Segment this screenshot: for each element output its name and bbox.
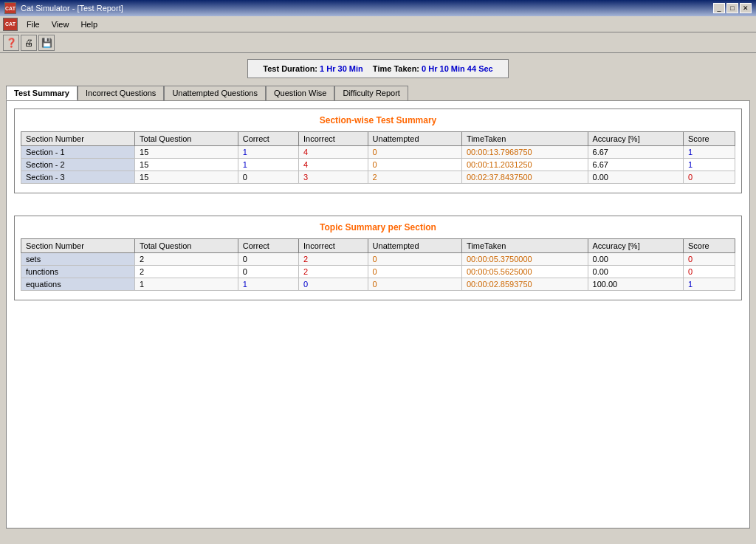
cell-incorrect: 2	[299, 266, 368, 278]
cell-total: 1	[135, 278, 238, 291]
cell-section: Section - 1	[21, 146, 135, 159]
cell-accuracy: 6.67	[588, 146, 683, 159]
cell-incorrect: 3	[299, 171, 368, 184]
title-bar: CAT Cat Simulator - [Test Report] _ □ ✕	[0, 0, 756, 16]
cell-incorrect: 4	[299, 146, 368, 159]
cell-score: 0	[683, 171, 735, 184]
duration-label: Test Duration:	[263, 64, 317, 73]
cell-correct: 0	[238, 171, 298, 184]
topic-col-time-taken: TimeTaken	[461, 239, 588, 253]
cell-correct: 1	[238, 146, 298, 159]
cell-unattempted: 2	[368, 171, 461, 184]
cell-correct: 0	[238, 266, 298, 278]
col-score: Score	[683, 132, 735, 146]
cell-score: 0	[683, 266, 735, 278]
col-incorrect: Incorrect	[299, 132, 368, 146]
tab-incorrect-questions[interactable]: Incorrect Questions	[78, 86, 164, 100]
tab-test-summary[interactable]: Test Summary	[6, 86, 78, 100]
section-wise-block: Section-wise Test Summary Section Number…	[14, 109, 742, 193]
cell-score: 1	[683, 146, 735, 159]
cell-accuracy: 6.67	[588, 159, 683, 171]
col-total-question: Total Question	[135, 132, 238, 146]
cell-timetaken: 00:02:37.8437500	[461, 171, 588, 184]
cell-timetaken: 00:00:11.2031250	[461, 159, 588, 171]
cell-incorrect: 4	[299, 159, 368, 171]
minimize-button[interactable]: _	[713, 3, 725, 13]
col-correct: Correct	[238, 132, 298, 146]
cell-total: 15	[135, 146, 238, 159]
toolbar: ❓ 🖨 💾	[0, 32, 756, 53]
table-row: functions 2 0 2 0 00:00:05.5625000 0.00 …	[21, 266, 735, 278]
cell-section: Section - 3	[21, 171, 135, 184]
cell-total: 15	[135, 159, 238, 171]
cell-incorrect: 0	[299, 278, 368, 291]
tabs: Test Summary Incorrect Questions Unattem…	[6, 86, 750, 100]
cell-total: 15	[135, 171, 238, 184]
col-accuracy: Accuracy [%]	[588, 132, 683, 146]
topic-wise-table: Section Number Total Question Correct In…	[21, 238, 735, 291]
topic-col-accuracy: Accuracy [%]	[588, 239, 683, 253]
cell-section: functions	[21, 266, 135, 278]
print-tool-button[interactable]: 🖨	[21, 35, 37, 51]
cell-unattempted: 0	[368, 159, 461, 171]
topic-col-unattempted: Unattempted	[368, 239, 461, 253]
cell-section: equations	[21, 278, 135, 291]
app-icon: CAT	[4, 2, 16, 14]
cell-correct: 1	[238, 159, 298, 171]
tab-difficulty-report[interactable]: Difficulty Report	[334, 86, 408, 100]
app-title: Cat Simulator - [Test Report]	[21, 4, 123, 13]
table-row: sets 2 0 2 0 00:00:05.3750000 0.00 0	[21, 253, 735, 266]
menu-bar: CAT File View Help	[0, 16, 756, 32]
cell-score: 0	[683, 253, 735, 266]
table-row: Section - 2 15 1 4 0 00:00:11.2031250 6.…	[21, 159, 735, 171]
cell-score: 1	[683, 278, 735, 291]
topic-col-incorrect: Incorrect	[299, 239, 368, 253]
cell-accuracy: 100.00	[588, 278, 683, 291]
cell-accuracy: 0.00	[588, 171, 683, 184]
topic-col-section-number: Section Number	[21, 239, 135, 253]
table-row: Section - 3 15 0 3 2 00:02:37.8437500 0.…	[21, 171, 735, 184]
cell-incorrect: 2	[299, 253, 368, 266]
menu-file[interactable]: File	[21, 18, 46, 30]
topic-col-total-question: Total Question	[135, 239, 238, 253]
restore-button[interactable]: □	[726, 3, 738, 13]
duration-box: Test Duration: 1 Hr 30 Min Time Taken: 0…	[247, 59, 508, 78]
timetaken-label: Time Taken:	[373, 64, 419, 73]
topic-wise-title: Topic Summary per Section	[21, 222, 735, 233]
close-button[interactable]: ✕	[740, 3, 752, 13]
col-time-taken: TimeTaken	[461, 132, 588, 146]
timetaken-value: 0 Hr 10 Min 44 Sec	[422, 64, 493, 73]
cell-accuracy: 0.00	[588, 266, 683, 278]
cell-accuracy: 0.00	[588, 253, 683, 266]
cell-unattempted: 0	[368, 278, 461, 291]
menu-help[interactable]: Help	[75, 18, 103, 30]
col-section-number: Section Number	[21, 132, 135, 146]
col-unattempted: Unattempted	[368, 132, 461, 146]
cell-unattempted: 0	[368, 253, 461, 266]
topic-col-correct: Correct	[238, 239, 298, 253]
cell-section: Section - 2	[21, 159, 135, 171]
tab-unattempted-questions[interactable]: Unattempted Questions	[164, 86, 266, 100]
cell-correct: 1	[238, 278, 298, 291]
section-wise-title: Section-wise Test Summary	[21, 115, 735, 125]
main-content: Test Duration: 1 Hr 30 Min Time Taken: 0…	[0, 53, 756, 534]
menu-app-icon: CAT	[3, 18, 18, 31]
help-tool-button[interactable]: ❓	[3, 35, 19, 51]
tab-question-wise[interactable]: Question Wise	[266, 86, 335, 100]
section-wise-table: Section Number Total Question Correct In…	[21, 131, 735, 184]
tab-content: Section-wise Test Summary Section Number…	[6, 100, 750, 528]
topic-col-score: Score	[683, 239, 735, 253]
cell-timetaken: 00:00:05.3750000	[461, 253, 588, 266]
cell-timetaken: 00:00:05.5625000	[461, 266, 588, 278]
table-row: Section - 1 15 1 4 0 00:00:13.7968750 6.…	[21, 146, 735, 159]
table-row: equations 1 1 0 0 00:00:02.8593750 100.0…	[21, 278, 735, 291]
cell-correct: 0	[238, 253, 298, 266]
menu-view[interactable]: View	[46, 18, 75, 30]
cell-timetaken: 00:00:02.8593750	[461, 278, 588, 291]
topic-wise-block: Topic Summary per Section Section Number…	[14, 216, 742, 300]
save-tool-button[interactable]: 💾	[38, 35, 55, 51]
cell-total: 2	[135, 253, 238, 266]
cell-section: sets	[21, 253, 135, 266]
cell-total: 2	[135, 266, 238, 278]
cell-score: 1	[683, 159, 735, 171]
